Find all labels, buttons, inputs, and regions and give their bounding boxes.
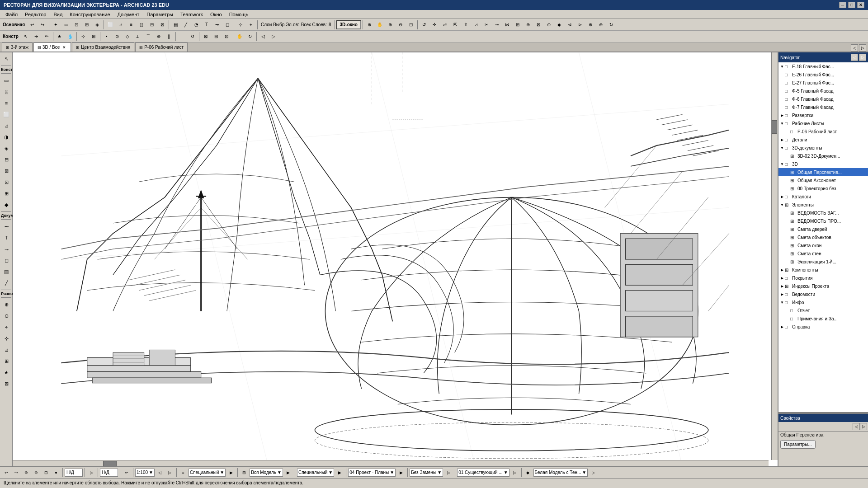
menu-file[interactable]: Файл (2, 11, 21, 18)
lt-wall[interactable]: ▭ (1, 75, 12, 86)
bt-redo[interactable]: ↪ (12, 469, 21, 477)
tree-item-explication[interactable]: ⊞ Экспликация 1-й... (778, 258, 868, 266)
tb-offset[interactable]: ⊿ (471, 20, 481, 30)
tree-item-3ddocs[interactable]: ▼ □ 3D-документы (778, 144, 868, 152)
tree-item-e27[interactable]: □ E-27 Главный Фас... (778, 79, 868, 87)
tb-camera[interactable]: ⌖ (246, 20, 256, 30)
bt-model-btn[interactable]: ▷ (589, 469, 598, 477)
panel-prev[interactable]: ◁ (851, 54, 858, 61)
menu-params[interactable]: Параметры (143, 11, 177, 18)
bt-model-icon[interactable]: ◆ (524, 469, 533, 477)
tb-magic[interactable]: ★ (55, 32, 65, 42)
tb-object[interactable]: ◈ (92, 20, 102, 30)
tb-zoom-fit[interactable]: ⊡ (406, 20, 416, 30)
params-button[interactable]: Параметры... (780, 440, 816, 449)
minimize-button[interactable]: ─ (839, 2, 846, 8)
scale-dropdown[interactable]: 1:100 ▼ (135, 469, 155, 477)
tab-3rd-floor[interactable]: ⊞ 3-й этаж (2, 42, 33, 52)
view-3d-button[interactable]: 3D-окно (336, 20, 361, 29)
tab-workingsheet[interactable]: ⊞ Р-06 Рабочий лист (135, 42, 188, 52)
tb-window[interactable]: ⊞ (82, 20, 92, 30)
tree-item-windows[interactable]: ⊞ Смета окон (778, 241, 868, 249)
tb-move[interactable]: ✛ (429, 20, 439, 30)
bt-record[interactable]: ● (52, 469, 61, 477)
tab-next-btn[interactable]: ▷ (859, 44, 866, 52)
tb-slab[interactable]: ⬜ (105, 20, 115, 30)
bt-scale-prev[interactable]: ◁ (156, 469, 165, 477)
tb-text[interactable]: T (202, 20, 212, 30)
tb-intersection[interactable]: ⊕ (154, 32, 164, 42)
tree-item-razvortki[interactable]: ▶ □ Развертки (778, 111, 868, 119)
tb-arrow2[interactable]: ➜ (31, 32, 41, 42)
tb-curtain[interactable]: ⊠ (157, 20, 167, 30)
layer-filter-dropdown[interactable]: Специальный ▼ (189, 469, 226, 477)
tb-label[interactable]: ⇁ (212, 20, 222, 30)
props-prev[interactable]: ◁ (853, 423, 860, 430)
tree-item-walls-list[interactable]: ⊞ Смета стен (778, 249, 868, 258)
all-layers-dropdown[interactable]: Вся Модель ▼ (250, 469, 283, 477)
bt-layers-btn[interactable]: ▶ (226, 469, 236, 477)
lt-shell[interactable]: ◑ (1, 131, 12, 142)
tb-prev-view[interactable]: ◁ (258, 32, 268, 42)
tb-attach[interactable]: ⊕ (523, 20, 533, 30)
tree-item-e18[interactable]: ▼ □ E-18 Главный Фас... (778, 62, 868, 70)
tb-tangent[interactable]: ⌒ (143, 32, 153, 42)
lt-morph2[interactable]: ★ (1, 367, 12, 378)
bt-zoom-out-b[interactable]: ⊖ (32, 469, 41, 477)
tb-eyedrop[interactable]: 💧 (65, 32, 75, 42)
tb-teamwork[interactable]: ⊕ (596, 20, 606, 30)
menu-window[interactable]: Окно (207, 11, 226, 18)
tb-project[interactable]: ⊲ (565, 20, 575, 30)
tb-undo[interactable]: ↩ (27, 20, 37, 30)
tree-item-e26[interactable]: □ E-26 Главный Фас... (778, 70, 868, 79)
tree-item-notes[interactable]: □ Примечания и За... (778, 314, 868, 323)
lt-stair[interactable]: ⊟ (1, 154, 12, 165)
tb-pencil[interactable]: ✏ (42, 32, 52, 42)
hscroll-thumb[interactable] (103, 461, 117, 466)
tree-item-workingsheets[interactable]: ▼ □ Рабочие Листы (778, 119, 868, 127)
replacement-dropdown[interactable]: Без Замены ▼ (410, 469, 443, 477)
tb-wall[interactable]: ▭ (61, 20, 71, 30)
tb-explode[interactable]: ⊠ (533, 20, 543, 30)
tree-item-catalogs[interactable]: ▶ □ Каталоги (778, 192, 868, 201)
lt-text[interactable]: T (1, 232, 12, 243)
vertical-scrollbar[interactable] (771, 52, 778, 460)
tb-fill[interactable]: ▤ (170, 20, 180, 30)
tree-item-details[interactable]: ▶ □ Детали (778, 136, 868, 144)
bt-all-layers-btn[interactable]: ▶ (284, 469, 293, 477)
close-button[interactable]: ✕ (857, 2, 864, 8)
bt-zoom-fit-b[interactable]: ⊡ (42, 469, 51, 477)
tb-select[interactable]: ✦ (51, 20, 61, 30)
tb-parallel[interactable]: ∥ (164, 32, 174, 42)
menu-edit[interactable]: Редактор (21, 11, 50, 18)
tb-arrow[interactable]: ↖ (21, 32, 31, 42)
tb-rotate-snap[interactable]: ↺ (188, 32, 198, 42)
lt-label[interactable]: ⇁ (1, 244, 12, 254)
panel-next[interactable]: ▷ (859, 54, 866, 61)
bt-forward[interactable]: ▷ (87, 469, 96, 477)
bt-all-layers-icon[interactable]: ⊞ (240, 469, 249, 477)
bt-layers-icon[interactable]: ≡ (179, 469, 188, 477)
tb-rotate[interactable]: ↺ (419, 20, 429, 30)
tb-column[interactable]: ⍈ (137, 20, 146, 30)
menu-design[interactable]: Конструирование (66, 11, 113, 18)
tb-next-view[interactable]: ▷ (269, 32, 278, 42)
tb-redo[interactable]: ↪ (38, 20, 47, 30)
tb-zoom-window[interactable]: ⊠ (201, 32, 211, 42)
tree-item-coverings[interactable]: ▶ □ Покрытия (778, 274, 868, 282)
lt-morph[interactable]: ◈ (1, 143, 12, 154)
tb-beam[interactable]: ≡ (126, 20, 136, 30)
tree-item-schedules[interactable]: ▶ □ Ведомости (778, 290, 868, 298)
lt-roof[interactable]: ⊿ (1, 120, 12, 131)
lt-line[interactable]: ╱ (1, 277, 12, 288)
tb-stair[interactable]: ⊟ (147, 20, 157, 30)
lt-elevation[interactable]: ⊿ (1, 344, 12, 355)
tree-item-indexes[interactable]: ▶ ⊞ Индексы Проекта (778, 282, 868, 290)
tree-item-doors[interactable]: ⊞ Смета дверей (778, 225, 868, 233)
lt-window[interactable]: ⊞ (1, 188, 12, 199)
tb-share[interactable]: ⊕ (585, 20, 595, 30)
tb-mirror[interactable]: ⇌ (440, 20, 450, 30)
partial-dropdown[interactable]: 01 Существующий ... ▼ (457, 469, 509, 477)
tree-item-p06[interactable]: □ Р-06 Рабочий лист (778, 127, 868, 136)
tb-arc[interactable]: ◔ (191, 20, 201, 30)
